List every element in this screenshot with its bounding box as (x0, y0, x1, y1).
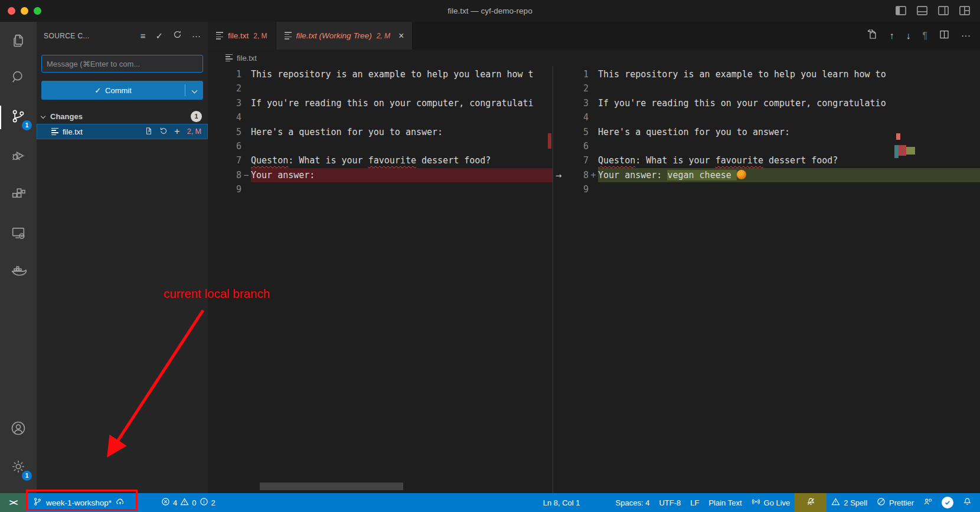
problems-status-item[interactable]: 4 0 2 (156, 493, 220, 512)
warning-count: 0 (192, 498, 196, 507)
more-actions-icon[interactable]: ··· (961, 31, 971, 41)
close-window-button[interactable] (8, 7, 15, 15)
encoding-item[interactable]: UTF-8 (654, 493, 685, 512)
code-line[interactable]: 4 (553, 110, 980, 124)
code-line[interactable]: 5Here's a question for you to answer: (553, 125, 980, 139)
horizontal-scrollbar[interactable] (260, 483, 403, 490)
sidebar-item-run-debug[interactable] (0, 142, 37, 172)
stage-changes-icon[interactable]: + (174, 127, 179, 136)
toggle-primary-sidebar-icon[interactable] (895, 5, 907, 19)
status-bar: >< week-1-workshop* 4 0 2 Ln 8, Col 1 Sp… (0, 493, 980, 512)
code-line[interactable]: 9 (553, 182, 980, 196)
settings-button[interactable]: 1 (0, 452, 37, 483)
sidebar-title: SOURCE C... (44, 32, 90, 40)
commit-message-input[interactable] (41, 55, 203, 73)
sidebar-item-extensions[interactable] (0, 180, 37, 211)
file-icon (285, 31, 292, 41)
go-live-item[interactable]: Go Live (747, 493, 795, 512)
line-number-gutter: 3 (553, 96, 598, 110)
sidebar-item-source-control[interactable]: 1 (0, 102, 37, 133)
emoji (737, 170, 746, 179)
file-icon (226, 53, 233, 63)
commit-button-label: Commit (105, 86, 132, 95)
code-line[interactable]: 8−Your answer: (208, 168, 553, 182)
tab-file-txt-working-tree[interactable]: file.txt (Working Tree) 2, M × (276, 22, 413, 50)
remote-indicator[interactable]: >< (0, 493, 26, 512)
sidebar-item-explorer[interactable] (0, 27, 37, 57)
refresh-icon[interactable] (173, 30, 182, 41)
next-change-icon[interactable]: ↓ (906, 31, 910, 41)
discard-changes-icon[interactable] (159, 127, 168, 137)
file-icon (51, 127, 58, 137)
code-line[interactable]: 1This repository is an example to help y… (208, 67, 553, 81)
code-line[interactable]: 6 (553, 139, 980, 153)
commit-button[interactable]: ✓ Commit (41, 81, 203, 100)
overview-ruler-error-marker (896, 133, 900, 140)
accounts-button[interactable] (0, 414, 37, 445)
toggle-panel-icon[interactable] (916, 5, 928, 19)
code-line[interactable]: 8+Your answer: vegan cheese (553, 168, 980, 182)
previous-change-icon[interactable]: ↑ (889, 31, 894, 41)
tab-problems-badge: 2, M (377, 32, 390, 40)
sidebar-item-search[interactable] (0, 63, 37, 94)
error-count: 4 (173, 498, 177, 507)
code-line[interactable]: 3If you're reading this on your computer… (208, 96, 553, 110)
toggle-secondary-sidebar-icon[interactable] (937, 5, 949, 19)
view-as-list-icon[interactable]: ≡ (141, 31, 146, 41)
close-tab-icon[interactable]: × (398, 31, 404, 41)
prettier-item[interactable]: Prettier (872, 493, 919, 512)
commit-dropdown-button[interactable] (185, 88, 203, 93)
zoom-window-button[interactable] (34, 7, 41, 15)
diff-editor[interactable]: 1This repository is an example to help y… (208, 66, 980, 493)
code-line[interactable]: 4 (208, 110, 553, 124)
cursor-position-item[interactable]: Ln 8, Col 1 (538, 493, 585, 512)
docker-icon (10, 264, 27, 283)
open-file-icon[interactable] (145, 127, 153, 137)
diff-original-pane[interactable]: 1This repository is an example to help y… (208, 66, 553, 493)
warning-icon (831, 497, 840, 508)
sidebar-item-docker[interactable] (0, 258, 37, 288)
bell-slash-icon (806, 497, 815, 508)
more-actions-icon[interactable]: ··· (192, 31, 201, 41)
code-line[interactable]: 7Queston: What is your favourite dessert… (553, 153, 980, 168)
code-line[interactable]: 7Queston: What is your favourite dessert… (208, 153, 553, 168)
editor-area: file.txt 2, M file.txt (Working Tree) 2,… (208, 22, 980, 493)
code-line[interactable]: 5Here's a question for you to answer: (208, 125, 553, 139)
code-line[interactable]: 3If you're reading this on your computer… (553, 96, 980, 110)
branch-name: week-1-workshop* (46, 498, 112, 507)
tab-file-txt[interactable]: file.txt 2, M (208, 22, 276, 50)
code-line[interactable]: 6 (208, 139, 553, 153)
split-editor-icon[interactable] (939, 29, 949, 42)
indentation-item[interactable]: Spaces: 4 (611, 493, 655, 512)
render-whitespace-icon[interactable]: ¶ (922, 31, 927, 41)
commit-check-icon[interactable]: ✓ (155, 31, 163, 41)
sidebar-item-remote-explorer[interactable] (0, 219, 37, 250)
sync-status-item[interactable] (937, 493, 958, 512)
spell-checker-item[interactable]: 2 Spell (827, 493, 872, 512)
code-line[interactable]: 2 (208, 81, 553, 96)
code-line[interactable]: 9 (208, 182, 553, 196)
breadcrumb-file: file.txt (237, 54, 257, 63)
changes-section-header[interactable]: Changes 1 (37, 109, 208, 124)
tab-problems-badge: 2, M (253, 32, 267, 40)
breadcrumb[interactable]: file.txt (208, 50, 980, 66)
live-reload-off-item[interactable] (795, 493, 827, 512)
vscode-window: file.txt — cyf-demo-repo 1 (0, 0, 980, 512)
revert-change-arrow-icon[interactable]: → (556, 169, 561, 181)
minimize-window-button[interactable] (21, 7, 28, 15)
notifications-item[interactable] (958, 493, 980, 512)
branch-status-item[interactable]: week-1-workshop* (28, 493, 129, 512)
file-icon (216, 31, 223, 41)
feedback-item[interactable] (919, 493, 937, 512)
code-line[interactable]: 2 (553, 81, 980, 96)
diff-modified-pane[interactable]: 1This repository is an example to help y… (553, 66, 980, 493)
language-mode-item[interactable]: Plain Text (704, 493, 746, 512)
changes-label: Changes (50, 112, 83, 121)
settings-badge: 1 (22, 471, 32, 481)
open-changes-icon[interactable] (867, 29, 877, 42)
changed-file-row[interactable]: file.txt + 2, M (37, 124, 208, 139)
code-line[interactable]: 1This repository is an example to help y… (553, 67, 980, 81)
customize-layout-icon[interactable] (959, 5, 971, 19)
chevron-down-icon (191, 87, 197, 93)
eol-item[interactable]: LF (685, 493, 704, 512)
